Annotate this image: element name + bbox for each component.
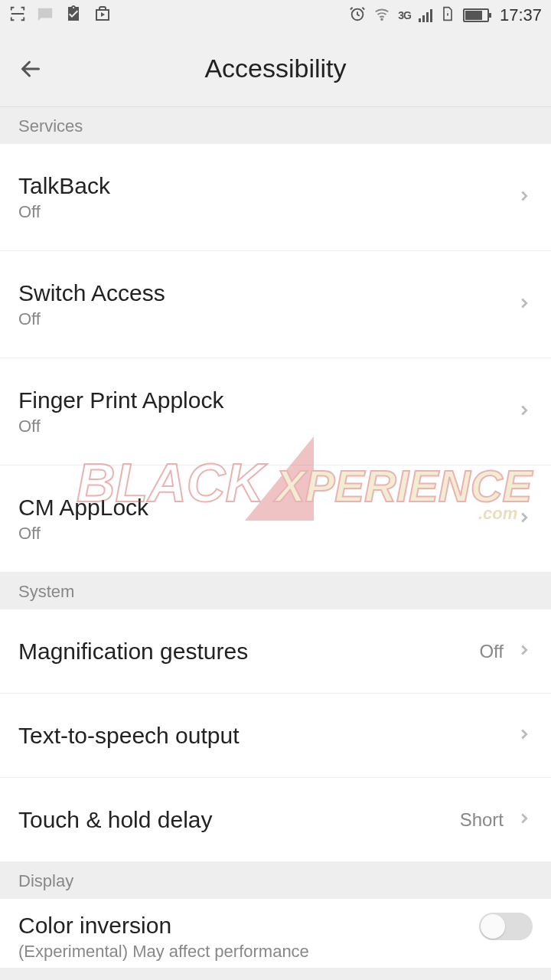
row-sub: Off xyxy=(18,202,516,222)
row-sub: Off xyxy=(18,309,516,329)
row-cm-applock[interactable]: CM AppLock Off xyxy=(0,466,551,573)
wifi-icon xyxy=(373,5,390,26)
row-title: CM AppLock xyxy=(18,495,516,521)
scan-icon xyxy=(9,5,26,26)
display-list: Color inversion (Experimental) May affec… xyxy=(0,899,551,968)
chevron-right-icon xyxy=(516,810,533,830)
row-talkback[interactable]: TalkBack Off xyxy=(0,144,551,251)
row-fingerprint-applock[interactable]: Finger Print Applock Off xyxy=(0,358,551,466)
status-clock: 17:37 xyxy=(500,5,542,25)
status-bar: 3G 17:37 xyxy=(0,0,551,31)
row-tts-output[interactable]: Text-to-speech output xyxy=(0,694,551,778)
network-type: 3G xyxy=(398,9,411,21)
row-title: Switch Access xyxy=(18,280,516,306)
row-title: TalkBack xyxy=(18,173,516,199)
status-left xyxy=(9,5,112,27)
status-right: 3G 17:37 xyxy=(349,5,542,26)
sim-icon xyxy=(440,5,455,26)
task-icon xyxy=(64,5,83,27)
signal-icon xyxy=(419,8,432,22)
row-title: Finger Print Applock xyxy=(18,387,516,413)
app-header: Accessibility xyxy=(0,31,551,107)
chevron-right-icon xyxy=(516,509,533,529)
alarm-icon xyxy=(349,5,366,26)
chevron-right-icon xyxy=(516,642,533,662)
back-button[interactable] xyxy=(0,31,61,106)
row-title: Text-to-speech output xyxy=(18,723,516,749)
chevron-right-icon xyxy=(516,726,533,746)
section-header-system: System xyxy=(0,573,551,609)
section-header-services: Services xyxy=(0,107,551,144)
services-list: TalkBack Off Switch Access Off Finger Pr… xyxy=(0,144,551,573)
row-color-inversion[interactable]: Color inversion (Experimental) May affec… xyxy=(0,899,551,968)
play-store-icon xyxy=(93,5,112,27)
chevron-right-icon xyxy=(516,188,533,207)
row-title: Touch & hold delay xyxy=(18,807,460,833)
chevron-right-icon xyxy=(516,295,533,315)
row-touch-hold-delay[interactable]: Touch & hold delay Short xyxy=(0,778,551,862)
row-magnification[interactable]: Magnification gestures Off xyxy=(0,609,551,694)
battery-icon xyxy=(463,8,489,22)
color-inversion-toggle[interactable] xyxy=(479,913,533,940)
row-switch-access[interactable]: Switch Access Off xyxy=(0,251,551,358)
row-sub: (Experimental) May affect performance xyxy=(18,942,479,962)
svg-point-1 xyxy=(381,18,383,20)
message-icon xyxy=(37,5,54,26)
section-header-display: Display xyxy=(0,862,551,899)
row-sub: Off xyxy=(18,524,516,544)
row-sub: Off xyxy=(18,416,516,436)
page-title: Accessibility xyxy=(0,54,551,83)
chevron-right-icon xyxy=(516,402,533,422)
row-value: Off xyxy=(479,641,504,662)
row-title: Color inversion xyxy=(18,913,479,939)
row-value: Short xyxy=(460,809,504,831)
row-title: Magnification gestures xyxy=(18,639,479,665)
system-list: Magnification gestures Off Text-to-speec… xyxy=(0,609,551,862)
